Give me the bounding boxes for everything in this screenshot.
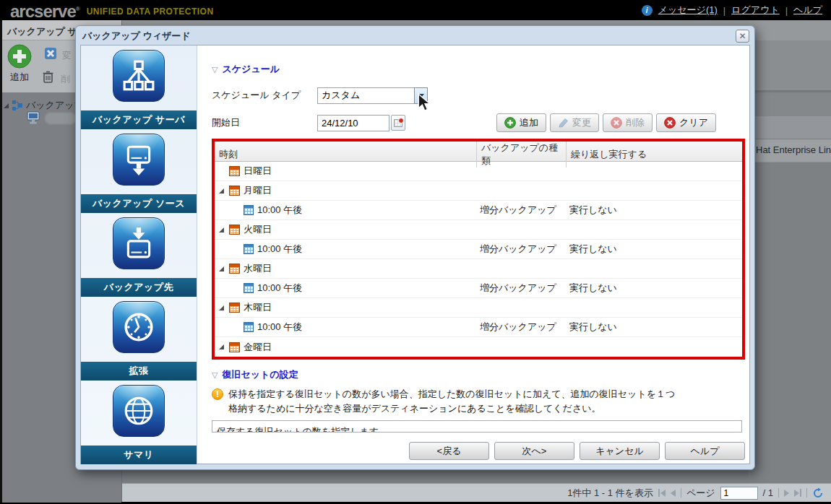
warning-icon: ! xyxy=(212,388,223,400)
column-header-backup-type[interactable]: バックアップの種類 xyxy=(476,142,566,168)
last-page-button[interactable] xyxy=(794,489,801,497)
info-icon: i xyxy=(642,5,653,16)
recovery-set-clipped-text: 保存する復旧セットの数を指定します xyxy=(212,421,741,433)
registered-mark: ® xyxy=(76,6,79,12)
expander-icon[interactable] xyxy=(219,188,224,194)
status-separator xyxy=(778,488,779,498)
expander-icon[interactable] xyxy=(219,344,224,349)
start-date-row: 開始日 追加 変更 削除 xyxy=(212,113,746,132)
schedule-table-highlight: 時刻 バックアップの種類 繰り返し実行する 日曜日 月曜日 10:00 午後 xyxy=(212,139,745,360)
close-icon[interactable]: ✕ xyxy=(736,30,749,43)
modify-schedule-button[interactable]: 変更 xyxy=(550,113,599,132)
dialog-title: バックアップ ウィザード xyxy=(82,30,191,43)
table-row-wednesday[interactable]: 水曜日 xyxy=(215,259,742,279)
section-title: スケジュール xyxy=(222,63,280,76)
delete-schedule-button[interactable]: 削除 xyxy=(603,113,653,132)
recovery-section-header[interactable]: ▽ 復旧セットの設定 xyxy=(212,368,746,381)
toolbar-delete-label: 削 xyxy=(61,73,70,86)
nav-item-backup-destination[interactable]: バックアップ先 xyxy=(81,217,197,297)
link-separator: | xyxy=(785,5,788,16)
chevron-down-icon[interactable] xyxy=(414,87,428,104)
next-page-button[interactable] xyxy=(784,490,789,497)
schedule-type-label: スケジュール タイプ xyxy=(212,89,317,102)
calendar-day-icon xyxy=(229,186,240,196)
schedule-type-row: スケジュール タイプ xyxy=(212,86,746,105)
network-icon xyxy=(113,50,165,102)
table-row-wednesday-time[interactable]: 10:00 午後 増分バックアップ実行しない xyxy=(215,279,742,298)
grid-cell-os: Hat Enterprise Lin xyxy=(752,144,831,155)
add-schedule-button[interactable]: 追加 xyxy=(496,113,546,132)
tree-node-computer[interactable] xyxy=(26,111,77,126)
red-x-circle-icon xyxy=(664,117,676,129)
column-header-repeat[interactable]: 繰り返し実行する xyxy=(566,142,742,168)
wizard-footer: <戻る 次へ> キャンセル ヘルプ xyxy=(212,442,745,460)
modify-node-icon[interactable] xyxy=(43,46,58,61)
table-row-monday-time[interactable]: 10:00 午後 増分バックアップ実行しない xyxy=(215,201,742,220)
wizard-nav: バックアップ サーバ バックアップ ソース xyxy=(81,45,197,464)
back-button[interactable]: <戻る xyxy=(409,442,489,460)
schedule-section-header[interactable]: ▽ スケジュール xyxy=(212,63,746,76)
help-button[interactable]: ヘルプ xyxy=(665,442,745,460)
table-row-monday[interactable]: 月曜日 xyxy=(215,181,742,201)
expander-icon[interactable] xyxy=(219,266,224,271)
status-separator xyxy=(681,488,681,498)
table-row-thursday[interactable]: 木曜日 xyxy=(215,298,742,318)
arcserve-logo: arcserve® xyxy=(10,0,79,21)
next-button[interactable]: 次へ> xyxy=(494,442,574,460)
clear-schedule-button[interactable]: クリア xyxy=(656,113,716,132)
messages-link[interactable]: メッセージ(1) xyxy=(658,4,718,17)
drive-import-icon xyxy=(113,217,165,269)
tree-expander-icon[interactable] xyxy=(4,103,9,108)
page-number-input[interactable] xyxy=(720,487,758,500)
time-grid-icon xyxy=(244,283,254,293)
nav-item-summary[interactable]: サマリ xyxy=(81,385,197,464)
globe-icon xyxy=(113,385,165,437)
recovery-warning: ! 保持を指定する復旧セットの数が多い場合、指定した数の復旧セットに加えて、追加… xyxy=(212,387,746,416)
delete-node-icon[interactable] xyxy=(42,70,54,84)
table-row-tuesday[interactable]: 火曜日 xyxy=(215,220,742,240)
tab-backup-servers[interactable]: バックアップ サ xyxy=(7,25,77,38)
column-header-time[interactable]: 時刻 xyxy=(215,142,476,168)
help-link[interactable]: ヘルプ xyxy=(793,4,822,17)
calendar-day-icon xyxy=(229,342,240,352)
schedule-action-buttons: 追加 変更 削除 クリア xyxy=(496,113,716,132)
add-node-icon[interactable] xyxy=(7,44,32,69)
table-row-tuesday-time[interactable]: 10:00 午後 増分バックアップ実行しない xyxy=(215,240,742,259)
recovery-set-panel: 保存する復旧セットの数を指定します xyxy=(212,420,742,433)
toolbar-add-label: 追加 xyxy=(10,71,29,84)
share-network-icon xyxy=(12,100,22,110)
first-page-button[interactable] xyxy=(658,489,666,497)
time-grid-icon xyxy=(244,322,254,332)
record-count-text: 1件中 1 - 1 件を表示 xyxy=(567,487,653,500)
calendar-day-icon xyxy=(229,303,240,313)
prev-page-button[interactable] xyxy=(671,490,676,497)
page-label: ページ xyxy=(686,487,715,500)
top-links: i メッセージ(1) | ログアウト | ヘルプ xyxy=(642,4,822,17)
collapse-triangle-icon: ▽ xyxy=(212,370,218,380)
cancel-button[interactable]: キャンセル xyxy=(580,442,660,460)
expander-icon[interactable] xyxy=(219,227,224,233)
logout-link[interactable]: ログアウト xyxy=(731,4,780,17)
collapse-triangle-icon: ▽ xyxy=(212,65,218,74)
refresh-icon[interactable] xyxy=(812,487,824,499)
backup-wizard-dialog: バックアップ ウィザード ✕ バックアップ サーバ xyxy=(75,25,755,470)
date-picker-icon[interactable] xyxy=(391,115,405,131)
schedule-table-header: 時刻 バックアップの種類 繰り返し実行する xyxy=(215,142,742,162)
schedule-type-combo xyxy=(317,87,428,104)
calendar-day-icon xyxy=(229,264,240,274)
calendar-day-icon xyxy=(229,166,240,176)
expander-icon[interactable] xyxy=(219,305,224,310)
nav-item-backup-server[interactable]: バックアップ サーバ xyxy=(81,50,197,129)
table-row-friday[interactable]: 金曜日 xyxy=(215,337,742,357)
nav-item-advanced[interactable]: 拡張 xyxy=(81,301,197,381)
nav-label: バックアップ サーバ xyxy=(81,110,197,129)
clock-icon xyxy=(113,301,165,353)
start-date-input[interactable] xyxy=(317,115,389,131)
product-name: UNIFIED DATA PROTECTION xyxy=(87,6,214,17)
red-x-circle-icon xyxy=(611,117,622,129)
tree-node-backup[interactable]: バックアップ xyxy=(4,99,84,112)
nav-item-backup-source[interactable]: バックアップ ソース xyxy=(81,134,197,213)
table-row-thursday-time[interactable]: 10:00 午後 増分バックアップ実行しない xyxy=(215,318,742,337)
toolbar-modify-label: 変 xyxy=(62,49,72,62)
schedule-type-input[interactable] xyxy=(317,87,414,104)
